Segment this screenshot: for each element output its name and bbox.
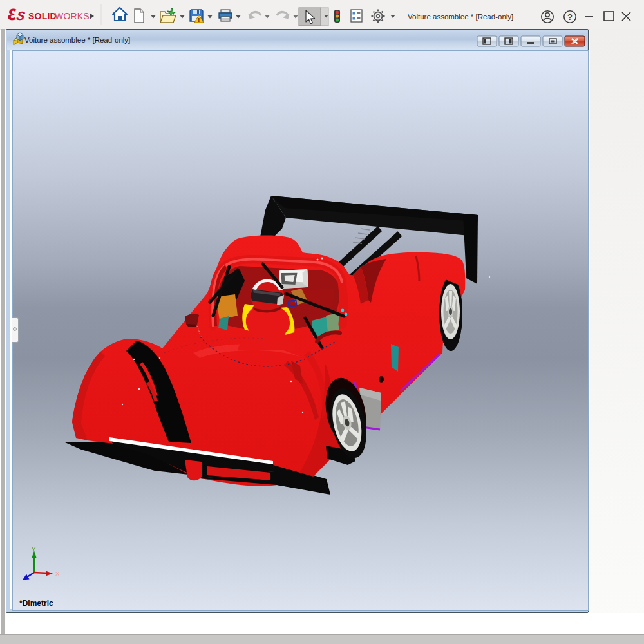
svg-text:?: ? [567, 12, 573, 22]
svg-text:S: S [15, 9, 26, 23]
svg-text:WORKS: WORKS [55, 11, 90, 21]
svg-text:!: ! [198, 17, 200, 23]
svg-text:SOLID: SOLID [28, 11, 57, 21]
svg-text:Voiture assomblee * [Read-only: Voiture assomblee * [Read-only] [408, 13, 513, 21]
